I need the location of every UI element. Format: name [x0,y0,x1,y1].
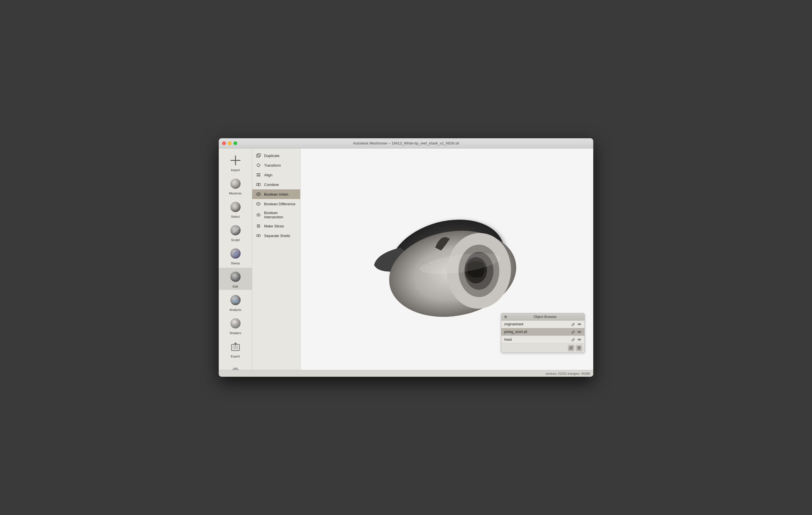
sidebar-item-import[interactable]: Import [219,151,252,173]
ob-edit-icon-3[interactable] [571,337,575,342]
status-bar: vertices: 22201 triangles: 44398 [219,370,593,377]
edit-menu-panel: Duplicate Transform [252,148,300,370]
print-icon [228,362,243,370]
meshmix-icon [228,176,243,191]
menu-item-make-slices[interactable]: Make Slices [252,221,300,231]
svg-text:S: S [234,205,236,210]
svg-point-19 [230,318,240,328]
ob-row-head[interactable]: head [501,336,584,344]
menu-label-separate-shells: Separate Shells [264,234,290,238]
boolean-intersection-menu-icon [256,212,261,218]
sidebar-label-export: Export [231,355,240,358]
menu-label-duplicate: Duplicate [264,154,280,158]
menu-item-separate-shells[interactable]: Separate Shells [252,231,300,241]
ob-row-icons-1 [571,322,582,326]
menu-item-combine[interactable]: Combine [252,180,300,189]
svg-rect-47 [257,226,260,226]
window-title: Autodesk Meshmixer – 19413_White-tip_ree… [353,141,459,145]
sidebar: Import [219,148,252,370]
svg-point-50 [258,235,260,237]
duplicate-menu-icon [256,153,261,158]
menu-label-transform: Transform [264,163,281,167]
svg-point-63 [579,339,580,341]
menu-label-align: Align [264,173,272,177]
ob-row-originalshark[interactable]: originalshark [501,321,584,328]
traffic-lights [222,141,237,145]
maximize-button[interactable] [233,141,237,145]
titlebar: Autodesk Meshmixer – 19413_White-tip_ree… [219,138,593,148]
boolean-union-menu-icon [256,191,261,197]
svg-rect-21 [233,346,238,350]
ob-row-icons-3 [571,337,582,342]
svg-point-31 [257,164,260,167]
svg-point-61 [579,331,580,333]
ob-title: Object Browser [509,315,582,319]
ob-row-name-originalshark: originalshark [504,322,571,326]
minimize-button[interactable] [228,141,232,145]
object-browser: Object Browser originalshark [501,313,585,353]
sidebar-label-meshmix: Meshmix [229,192,241,195]
shaders-icon [228,316,243,331]
sidebar-item-meshmix[interactable]: Meshmix [219,174,252,197]
app-window: Autodesk Meshmixer – 19413_White-tip_ree… [219,138,593,377]
sidebar-label-shaders: Shaders [230,331,241,335]
ob-eye-icon-1[interactable] [577,322,582,326]
sidebar-item-export[interactable]: Export [219,337,252,360]
stamp-icon [228,246,243,261]
svg-point-2 [230,179,240,189]
ob-dot [504,316,507,318]
sidebar-item-stamp[interactable]: Stamp [219,244,252,267]
sidebar-item-print[interactable]: Print [219,361,252,370]
ob-duplicate-button[interactable] [568,345,574,351]
svg-rect-39 [258,183,260,186]
ob-row-name-pinleg: pinleg_short.stl [504,330,571,334]
menu-item-transform[interactable]: Transform [252,160,300,170]
sculpt-icon [228,223,243,238]
menu-item-duplicate[interactable]: Duplicate [252,151,300,160]
app-body: Import [219,148,593,370]
sidebar-item-sculpt[interactable]: Sculpt [219,221,252,243]
svg-rect-66 [578,347,580,350]
svg-rect-30 [258,154,260,157]
menu-label-make-slices: Make Slices [264,224,284,228]
menu-label-boolean-union: Boolean Union [264,192,288,196]
ob-edit-icon-1[interactable] [571,322,575,326]
ob-header: Object Browser [501,314,584,321]
menu-item-boolean-intersection[interactable]: Boolean Intersection [252,209,300,221]
edit-icon [228,269,243,284]
menu-item-align[interactable]: Align [252,170,300,180]
transform-menu-icon [256,162,261,168]
svg-rect-36 [257,173,260,174]
menu-label-boolean-difference: Boolean Difference [264,202,295,206]
sidebar-label-stamp: Stamp [231,262,240,265]
svg-rect-48 [257,227,260,227]
status-text: vertices: 22201 triangles: 44398 [546,372,590,375]
menu-label-boolean-intersection: Boolean Intersection [264,211,297,219]
sidebar-label-import: Import [231,168,240,172]
menu-item-boolean-union[interactable]: Boolean Union [252,189,300,199]
ob-eye-icon-2[interactable] [577,330,582,334]
ob-footer [501,344,584,353]
ob-row-pinleg[interactable]: pinleg_short.stl [501,328,584,336]
viewport[interactable]: Object Browser originalshark [300,148,593,370]
ob-delete-button[interactable] [576,345,582,351]
make-slices-menu-icon [256,223,261,229]
sidebar-item-analysis[interactable]: Analysis [219,291,252,313]
svg-rect-24 [233,368,238,370]
separate-shells-menu-icon [256,233,261,239]
svg-rect-38 [257,183,259,186]
sidebar-label-edit: Edit [233,285,238,288]
ob-eye-icon-3[interactable] [577,337,582,342]
sidebar-item-select[interactable]: S Select [219,198,252,220]
ob-edit-icon-2[interactable] [571,330,575,334]
close-button[interactable] [222,141,226,145]
menu-item-boolean-difference[interactable]: Boolean Difference [252,199,300,209]
import-icon [228,153,243,168]
sidebar-item-shaders[interactable]: Shaders [219,314,252,336]
export-icon [228,339,243,354]
ob-row-name-head: head [504,337,571,342]
sidebar-label-analysis: Analysis [230,308,241,311]
combine-menu-icon [256,182,261,187]
ob-row-icons-2 [571,330,582,334]
sidebar-item-edit[interactable]: Edit [219,268,252,290]
